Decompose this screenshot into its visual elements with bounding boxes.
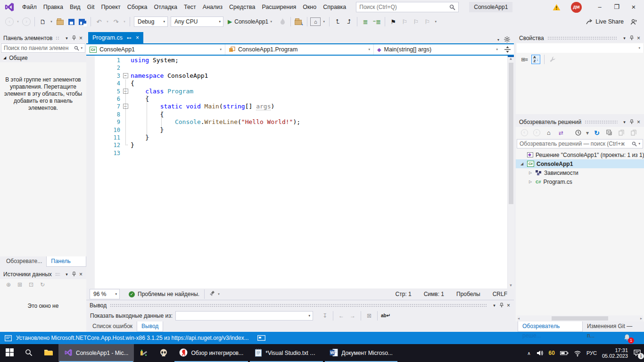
- next-bookmark-button[interactable]: ⚐: [411, 16, 421, 27]
- close-icon[interactable]: ×: [505, 302, 512, 309]
- battery-percentage[interactable]: 60: [549, 350, 555, 356]
- undo-button[interactable]: ↶: [94, 16, 104, 27]
- fold-toggle-icon[interactable]: −: [123, 73, 128, 78]
- user-avatar[interactable]: ДМ: [571, 2, 582, 13]
- categorized-view-icon[interactable]: ⊞≡: [519, 54, 529, 65]
- undo-dropdown[interactable]: ▾: [105, 16, 110, 27]
- add-data-source-icon[interactable]: ⊕: [3, 279, 14, 290]
- sync-with-active-document-button[interactable]: ⮤: [332, 16, 343, 27]
- maximize-button[interactable]: ❐: [608, 0, 625, 14]
- right-dock-tab[interactable]: Изменения Git — п...: [583, 321, 644, 332]
- menu-Вид[interactable]: Вид: [66, 0, 84, 14]
- back-icon[interactable]: ‹: [519, 127, 529, 139]
- previous-message-icon[interactable]: ←: [336, 310, 347, 321]
- window-position-dropdown-icon[interactable]: ▾: [63, 36, 70, 41]
- global-search-box[interactable]: Поиск (Ctrl+Q): [356, 2, 459, 12]
- problems-status[interactable]: Проблемы не найдены.: [138, 291, 199, 297]
- zoom-combobox[interactable]: 96 %▾: [90, 289, 120, 299]
- solution-name-badge[interactable]: ConsoleApp1: [469, 2, 512, 12]
- expander-icon[interactable]: ◢: [520, 162, 527, 166]
- properties-object-combobox[interactable]: ▾: [517, 43, 643, 53]
- project-dropdown[interactable]: C# ConsoleApp1 ▾: [86, 44, 225, 55]
- close-icon[interactable]: ×: [77, 35, 84, 41]
- decrease-indent-icon[interactable]: ≣: [360, 16, 371, 27]
- wifi-icon[interactable]: [574, 350, 581, 357]
- property-pages-wrench-icon[interactable]: [547, 54, 558, 65]
- breakpoint-margin[interactable]: [86, 56, 95, 288]
- document-tab-program-cs[interactable]: Program.cs ⊷ ×: [88, 32, 143, 43]
- pending-changes-filter-icon[interactable]: [573, 127, 583, 139]
- panel-grip[interactable]: [585, 120, 618, 123]
- live-share-button[interactable]: Live Share: [586, 18, 637, 25]
- taskbar-start-button[interactable]: [0, 344, 19, 362]
- platform-combobox[interactable]: Any CPU▾: [171, 16, 223, 27]
- window-position-dropdown-icon[interactable]: ▾: [621, 36, 628, 41]
- redo-dropdown[interactable]: ▾: [122, 16, 127, 27]
- panel-grip[interactable]: [56, 36, 60, 40]
- scrollbar-thumb[interactable]: [509, 63, 513, 204]
- edit-data-source-icon[interactable]: ⊡: [26, 279, 36, 290]
- expander-icon[interactable]: ▷: [529, 171, 536, 175]
- expander-icon[interactable]: ▷: [529, 180, 536, 184]
- menu-Проект[interactable]: Проект: [98, 0, 124, 14]
- menu-Анализ[interactable]: Анализ: [199, 0, 226, 14]
- new-project-button[interactable]: 🗋: [38, 16, 48, 27]
- navigate-symbol-button[interactable]: ⮥: [344, 16, 354, 27]
- save-all-button[interactable]: [77, 16, 88, 27]
- data-sources-header[interactable]: Источники данных ▾ ×: [0, 269, 86, 279]
- collapse-all-icon[interactable]: [604, 127, 614, 139]
- close-icon[interactable]: ×: [635, 119, 642, 125]
- tree-item[interactable]: ▷Зависимости: [516, 168, 644, 177]
- left-dock-tab[interactable]: Обозревате...: [2, 256, 46, 267]
- properties-header[interactable]: Свойства ▾ ×: [516, 33, 644, 43]
- show-all-files-icon[interactable]: [616, 127, 627, 139]
- tree-item[interactable]: ◢C#ConsoleApp1: [516, 159, 644, 168]
- alphabetical-sort-icon[interactable]: AZ↓: [531, 55, 540, 64]
- code-cleanup-dropdown[interactable]: ▾: [216, 288, 221, 300]
- clock[interactable]: 17:31 05.02.2023: [602, 347, 628, 359]
- refresh-icon[interactable]: ↻: [592, 127, 602, 139]
- menu-Средства[interactable]: Средства: [226, 0, 258, 14]
- menu-Git[interactable]: Git: [84, 0, 98, 14]
- solution-explorer-search-box[interactable]: Обозреватель решений — поиск (Ctrl+ж ▾: [517, 139, 643, 148]
- switch-views-icon[interactable]: ⇄: [556, 127, 566, 139]
- pin-tab-icon[interactable]: ⊷: [127, 35, 132, 41]
- left-dock-tab[interactable]: Панель эле...: [46, 256, 86, 267]
- split-window-button[interactable]: [501, 44, 514, 55]
- scroll-down-arrow[interactable]: ▼: [508, 283, 514, 288]
- pin-icon[interactable]: [628, 119, 635, 124]
- bookmark-dropdown[interactable]: ▾: [433, 16, 438, 27]
- clear-all-icon[interactable]: ⊠: [364, 310, 374, 321]
- find-in-files-button[interactable]: [294, 16, 304, 27]
- output-source-combobox[interactable]: ▾: [175, 311, 313, 321]
- scrollbar-thumb[interactable]: [552, 316, 608, 321]
- pin-icon[interactable]: [628, 35, 635, 41]
- navigate-back-dropdown[interactable]: ▾: [16, 16, 20, 27]
- new-project-dropdown[interactable]: ▾: [49, 16, 54, 27]
- start-dropdown[interactable]: ▾: [269, 16, 273, 27]
- taskbar-word-button[interactable]: WДокумент Microso...: [324, 344, 398, 362]
- menu-Окно[interactable]: Окно: [299, 0, 320, 14]
- taskbar-tools-button[interactable]: [134, 344, 154, 362]
- find-message-icon[interactable]: ↧: [320, 310, 330, 321]
- close-icon[interactable]: ×: [635, 35, 642, 41]
- home-icon[interactable]: ⌂: [544, 127, 554, 139]
- window-position-dropdown-icon[interactable]: ▾: [621, 120, 628, 124]
- horizontal-scrollbar[interactable]: ◂ ▸: [517, 315, 643, 321]
- scroll-left-arrow[interactable]: ◂: [518, 316, 520, 321]
- volume-icon[interactable]: [536, 349, 544, 357]
- solution-explorer-home-dropdown[interactable]: ▾: [322, 16, 326, 27]
- panel-grip[interactable]: [547, 36, 618, 40]
- toggle-bookmark-button[interactable]: ⚑: [388, 16, 398, 27]
- configure-data-source-icon[interactable]: ⊞: [15, 279, 25, 290]
- pin-icon[interactable]: [70, 272, 77, 277]
- close-button[interactable]: ×: [625, 0, 642, 14]
- line-ending-indicator[interactable]: CRLF: [493, 291, 507, 297]
- status-message[interactable]: Установлено Microsoft.NETCore.App.Host.w…: [16, 335, 249, 341]
- taskbar-vs-button[interactable]: ConsoleApp1 - Mic...: [58, 344, 134, 362]
- navigate-back-button[interactable]: ‹: [4, 16, 15, 27]
- forward-icon[interactable]: ›: [531, 127, 542, 139]
- search-options-dropdown-icon[interactable]: ▾: [81, 46, 83, 50]
- tree-item[interactable]: Решение "ConsoleApp1" (проекты: 1 из 1): [516, 150, 644, 159]
- menu-Сборка[interactable]: Сборка: [124, 0, 151, 14]
